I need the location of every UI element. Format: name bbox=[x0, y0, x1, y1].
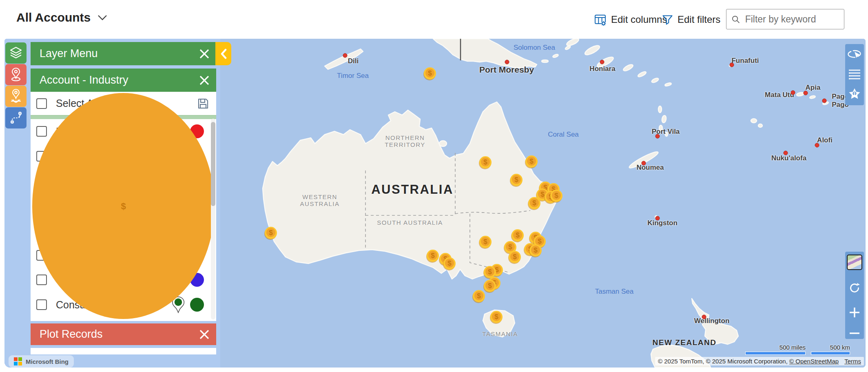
close-icon bbox=[199, 48, 210, 60]
plot-records-header: Plot Records bbox=[31, 323, 216, 345]
filter-funnel-icon bbox=[662, 14, 673, 25]
results-list-button[interactable] bbox=[848, 69, 861, 80]
map-zoom-rail bbox=[845, 252, 864, 339]
edit-filters-button[interactable]: Edit filters bbox=[660, 11, 723, 28]
layer-menu-header: Layer Menu bbox=[31, 42, 216, 65]
banking-account-marker[interactable]: $ bbox=[265, 227, 277, 239]
map-view-rail bbox=[845, 44, 864, 105]
view-selector-label: All Accounts bbox=[16, 11, 91, 24]
zoom-out-button[interactable] bbox=[848, 330, 861, 336]
map-canvas[interactable]: DiliTimor SeaSolomon SeaPort MoresbyHoni… bbox=[4, 39, 866, 368]
banking-account-marker[interactable]: $ bbox=[529, 244, 542, 257]
banking-account-marker[interactable]: $ bbox=[525, 155, 538, 168]
scale-miles-label: 500 miles bbox=[745, 344, 806, 351]
maplytics-map-page: All Accounts Edit columns bbox=[0, 0, 868, 372]
scrollbar-thumb[interactable] bbox=[211, 122, 215, 206]
industry-row-banking[interactable]: Banking$ bbox=[31, 193, 216, 218]
favorites-star-pin-icon bbox=[848, 87, 861, 101]
microsoft-bing-logo[interactable]: Microsoft Bing bbox=[9, 355, 74, 368]
close-icon bbox=[199, 75, 210, 86]
results-list-icon bbox=[848, 69, 861, 80]
banking-account-marker[interactable]: $ bbox=[479, 236, 492, 248]
collapsed-panel-strip bbox=[31, 348, 216, 354]
pin-globe-tool-button[interactable] bbox=[5, 86, 27, 107]
scale-bar-km: 500 km bbox=[811, 344, 850, 355]
banking-account-marker[interactable]: $ bbox=[484, 280, 496, 292]
banking-account-marker[interactable]: $ bbox=[490, 311, 503, 323]
banking-account-marker[interactable]: $ bbox=[473, 290, 485, 302]
edit-columns-icon bbox=[594, 13, 607, 26]
layer-menu-title: Layer Menu bbox=[40, 47, 98, 60]
banking-account-marker[interactable]: $ bbox=[550, 190, 562, 202]
search-icon bbox=[731, 14, 740, 24]
close-industry-layer-button[interactable] bbox=[197, 73, 211, 87]
edit-columns-button[interactable]: Edit columns bbox=[591, 11, 669, 28]
banking-account-marker[interactable]: $ bbox=[510, 174, 523, 186]
command-bar: All Accounts Edit columns bbox=[0, 0, 868, 39]
coin-marker-icon: $ bbox=[188, 197, 204, 214]
banking-account-marker[interactable]: $ bbox=[424, 67, 436, 80]
openstreetmap-link[interactable]: © OpenStreetMap bbox=[789, 358, 839, 365]
map-pin-icon bbox=[8, 67, 24, 82]
scale-miles-bar bbox=[745, 352, 806, 355]
banking-account-marker[interactable]: $ bbox=[528, 197, 540, 209]
edit-filters-label: Edit filters bbox=[678, 14, 720, 25]
microsoft-logo-icon bbox=[14, 357, 22, 365]
industry-list: BlankOthersAccountingBanking$BrokersBusi… bbox=[31, 119, 216, 317]
copyright-text: © 2025 TomTom, © 2025 Microsoft Corporat… bbox=[658, 358, 789, 365]
favorites-button[interactable] bbox=[848, 87, 861, 101]
close-layer-menu-button[interactable] bbox=[197, 47, 211, 61]
map-style-button[interactable] bbox=[847, 255, 862, 270]
scale-km-label: 500 km bbox=[811, 344, 850, 351]
layers-tool-button[interactable] bbox=[5, 42, 27, 64]
chevron-down-icon bbox=[97, 14, 108, 21]
industry-layer-header: Account - Industry bbox=[31, 69, 216, 92]
industry-layer-title: Account - Industry bbox=[40, 74, 128, 86]
plus-icon bbox=[848, 306, 861, 319]
view-selector[interactable]: All Accounts bbox=[16, 11, 108, 24]
terms-link[interactable]: Terms bbox=[844, 358, 861, 365]
zoom-in-button[interactable] bbox=[848, 306, 861, 319]
map-attribution: © 2025 TomTom, © 2025 Microsoft Corporat… bbox=[655, 357, 864, 365]
edit-columns-label: Edit columns bbox=[611, 14, 667, 25]
banking-account-marker[interactable]: $ bbox=[479, 156, 492, 168]
birds-eye-icon bbox=[847, 48, 862, 61]
refresh-icon bbox=[848, 282, 861, 294]
layers-icon bbox=[8, 45, 24, 61]
legend-scrollbar bbox=[211, 119, 215, 319]
plot-records-title: Plot Records bbox=[40, 328, 103, 341]
bing-logo-label: Microsoft Bing bbox=[26, 358, 69, 365]
pin-globe-icon bbox=[8, 89, 24, 104]
scale-bar-miles: 500 miles bbox=[745, 344, 806, 355]
banking-account-marker[interactable]: $ bbox=[427, 250, 439, 262]
refresh-button[interactable] bbox=[848, 282, 861, 294]
legend-icons: $ bbox=[188, 197, 204, 214]
industry-legend-panel: Select All BlankOthersAccountingBanking$… bbox=[31, 92, 216, 321]
banking-account-marker[interactable]: $ bbox=[484, 266, 496, 278]
keyword-filter-box bbox=[726, 9, 844, 29]
route-icon bbox=[8, 110, 24, 126]
minus-icon bbox=[848, 330, 861, 336]
collapse-panel-button[interactable] bbox=[215, 42, 231, 65]
close-plot-records-button[interactable] bbox=[197, 328, 211, 341]
scale-km-bar bbox=[811, 352, 850, 355]
banking-account-marker[interactable]: $ bbox=[509, 251, 521, 263]
chevron-left-icon bbox=[220, 49, 227, 59]
keyword-filter-input[interactable] bbox=[744, 13, 839, 25]
birds-eye-button[interactable] bbox=[847, 48, 862, 61]
map-pin-tool-button[interactable] bbox=[5, 64, 27, 85]
close-icon bbox=[199, 329, 210, 340]
route-tool-button[interactable] bbox=[5, 107, 27, 128]
banking-account-marker[interactable]: $ bbox=[512, 229, 524, 241]
banking-account-marker[interactable]: $ bbox=[443, 257, 456, 270]
